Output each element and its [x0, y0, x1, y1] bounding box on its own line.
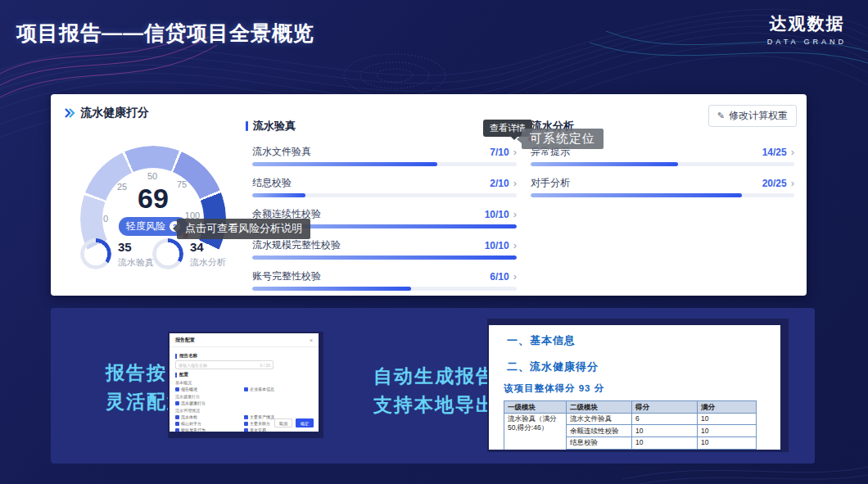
subscore-label: 流水验真	[118, 256, 154, 269]
subscore-value: 34	[190, 240, 226, 254]
checkbox-icon: ✓	[175, 428, 179, 432]
dialog-ok-button: 确定	[296, 418, 314, 427]
dialog-checkbox-item: ✓资金交易	[244, 427, 313, 432]
checkbox-icon: ✓	[244, 415, 248, 419]
dialog-checkbox-item: ✓企业基本信息	[244, 387, 313, 391]
metric-row: 结息校验 2/10›	[252, 176, 517, 197]
dialog-cancel-button: 取消	[274, 418, 292, 427]
subscore-ring	[152, 238, 183, 269]
report-screenshot: 一、基本信息 二、流水健康得分 该项目整体得分 93 分 一级模块 二级模块 得…	[487, 319, 789, 452]
report-name-input: 请输入报告名称 0 / 20	[175, 360, 274, 369]
progress-bar	[252, 162, 517, 166]
checkbox-icon: ✓	[244, 387, 248, 391]
metric-label: 账号完整性校验	[252, 269, 321, 283]
dialog-checkbox-item: ✓流水体检	[175, 414, 244, 419]
bottom-feature-panel: 报告按需 灵活配置 报告配置 × 报告名称 请输入报告名称 0 / 20 配置 …	[51, 308, 815, 464]
table-row: 流水验真（满分50,得分:46） 流水文件验真 6 10	[504, 413, 757, 425]
accent-bar	[246, 121, 248, 131]
dialog-group-title: 流水健康打分	[175, 394, 313, 399]
panel-header: 流水健康打分	[64, 106, 149, 120]
metric-row: 流水文件验真 7/10›	[252, 145, 517, 166]
config-dialog: 报告配置 × 报告名称 请输入报告名称 0 / 20 配置 基本概况 ✓报告概述…	[170, 333, 319, 432]
dialog-config-section: 配置	[175, 372, 313, 378]
chevron-right-icon: ›	[513, 270, 517, 283]
table-group-cell: 流水验真（满分50,得分:46）	[504, 413, 567, 450]
report-heading-2: 二、流水健康得分	[507, 360, 780, 374]
metric-score-link[interactable]: 7/10›	[490, 146, 517, 158]
brand-logo-en: DATA GRAND	[767, 38, 847, 46]
checkbox-icon: ✓	[175, 387, 179, 391]
close-icon: ×	[310, 337, 313, 343]
checkbox-icon: ✓	[244, 422, 248, 426]
checkbox-icon: ✓	[175, 422, 179, 426]
dialog-group-title: 流水管理情况	[175, 408, 313, 413]
gauge-tick: 50	[147, 171, 157, 181]
subscore-verify: 35 流水验真	[80, 238, 154, 269]
checkbox-icon: ✓	[175, 401, 179, 405]
metric-score-link[interactable]: 10/10›	[485, 239, 517, 251]
subscore-value: 35	[118, 240, 154, 254]
chevron-right-icon: ›	[513, 177, 517, 189]
checkbox-icon: ✓	[175, 415, 179, 419]
chevron-right-icon: ›	[791, 146, 794, 158]
dialog-checkbox-item: ✓疑似异常行为	[175, 427, 244, 432]
system-locate-callout: 可系统定位	[522, 129, 604, 149]
report-score-table: 一级模块 二级模块 得分 满分 流水验真（满分50,得分:46） 流水文件验真 …	[504, 400, 757, 450]
dialog-group-title: 基本概况	[175, 380, 313, 385]
score-panel: 流水健康打分 ✎ 修改计算权重 0 25 50 75 100 69 轻度风险 ?…	[51, 94, 807, 296]
table-header: 二级模块	[567, 401, 632, 414]
report-heading-1: 一、基本信息	[507, 333, 780, 348]
verify-section: 流水验真 流水文件验真 7/10› 结息校验 2/10› 余额连续性校验	[246, 119, 517, 301]
chevron-right-icon: ›	[513, 239, 517, 251]
metric-row: 账号完整性校验 6/10›	[252, 269, 517, 291]
subscore-label: 流水分析	[190, 256, 226, 269]
subscore-analysis: 34 流水分析	[152, 238, 226, 269]
table-header: 得分	[632, 401, 698, 414]
progress-bar	[252, 193, 517, 197]
analysis-section: 流水分析 可系统定位 异常提示 14/25› 对手分析 20/25›	[524, 119, 794, 207]
metric-label: 流水规模完整性校验	[252, 238, 341, 252]
dialog-title: 报告配置	[175, 337, 195, 344]
config-dialog-screenshot: 报告配置 × 报告名称 请输入报告名称 0 / 20 配置 基本概况 ✓报告概述…	[168, 332, 323, 438]
dialog-checkbox-item: ✓流水健康打分	[175, 400, 246, 405]
page-title: 项目报告——信贷项目全景概览	[16, 20, 314, 47]
metric-score-link[interactable]: 14/25›	[762, 146, 794, 158]
metric-label: 对手分析	[531, 176, 570, 190]
brand-logo: 达观数据 DATA GRAND	[767, 12, 847, 46]
chevron-right-icon: ›	[513, 208, 517, 220]
metric-row: 流水规模完整性校验 10/10›	[252, 238, 517, 260]
metric-score-link[interactable]: 6/10›	[490, 270, 517, 283]
report-total-score: 该项目整体得分 93 分	[504, 382, 780, 395]
dialog-checkbox-item: ✓核心对手方	[175, 421, 244, 426]
subscore-ring	[80, 238, 111, 269]
metric-row: 对手分析 20/25›	[531, 176, 794, 197]
double-chevron-icon	[64, 107, 75, 119]
gauge-score-value: 69	[80, 183, 226, 215]
chevron-right-icon: ›	[513, 146, 517, 158]
progress-bar	[252, 287, 517, 291]
chevron-right-icon: ›	[791, 177, 794, 189]
checkbox-icon: ✓	[244, 428, 248, 432]
report-document: 一、基本信息 二、流水健康得分 该项目整体得分 93 分 一级模块 二级模块 得…	[489, 325, 780, 450]
table-header: 满分	[698, 401, 757, 414]
progress-bar	[531, 193, 794, 197]
metric-score-link[interactable]: 2/10›	[490, 177, 517, 189]
metric-score-link[interactable]: 10/10›	[485, 208, 517, 220]
dialog-name-section: 报告名称	[175, 353, 313, 359]
progress-bar	[531, 162, 794, 166]
metric-score-link[interactable]: 20/25›	[762, 177, 794, 189]
metric-label: 结息校验	[252, 176, 292, 190]
metric-label: 流水文件验真	[252, 145, 311, 159]
table-header: 一级模块	[504, 401, 567, 414]
brand-logo-cn: 达观数据	[767, 12, 847, 35]
verify-section-title: 流水验真	[246, 119, 517, 133]
panel-title: 流水健康打分	[80, 106, 149, 120]
dialog-checkbox-item: ✓报告概述	[175, 387, 244, 391]
risk-tooltip: 点击可查看风险分析说明	[177, 219, 310, 239]
progress-bar	[252, 256, 517, 260]
